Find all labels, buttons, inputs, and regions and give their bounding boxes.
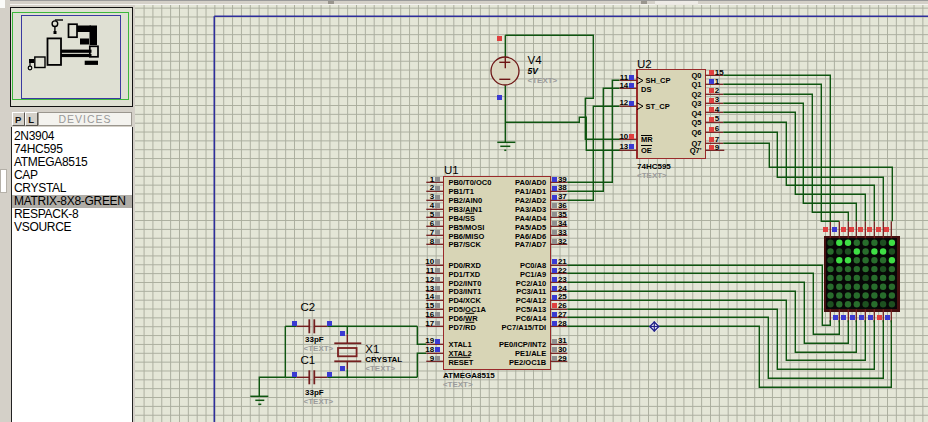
svg-text:CRYSTAL: CRYSTAL [365, 355, 402, 364]
svg-text:PA7/AD7: PA7/AD7 [515, 240, 546, 249]
svg-text:PC6/A14: PC6/A14 [516, 314, 547, 323]
svg-text:PA3/AD3: PA3/AD3 [515, 205, 546, 214]
svg-text:1: 1 [430, 175, 435, 184]
svg-text:6: 6 [715, 124, 720, 133]
svg-text:PD3/INT1: PD3/INT1 [448, 287, 481, 296]
svg-text:Q2: Q2 [691, 90, 701, 99]
svg-text:U1: U1 [444, 164, 459, 176]
svg-text:15: 15 [425, 301, 434, 310]
svg-text:10: 10 [425, 257, 434, 266]
svg-text:<TEXT>: <TEXT> [637, 171, 667, 180]
svg-text:27: 27 [558, 310, 567, 319]
svg-text:PC5/A13: PC5/A13 [516, 305, 546, 314]
svg-text:PA5/AD5: PA5/AD5 [515, 223, 546, 232]
svg-text:Q0: Q0 [691, 71, 701, 80]
svg-text:35: 35 [558, 210, 567, 219]
svg-text:PC2/A10: PC2/A10 [516, 279, 546, 288]
svg-text:<TEXT>: <TEXT> [365, 364, 395, 373]
svg-text:PA4/AD4: PA4/AD4 [515, 214, 547, 223]
svg-text:RESET: RESET [448, 358, 473, 367]
svg-text:19: 19 [425, 336, 434, 345]
svg-text:XTAL1: XTAL1 [448, 340, 471, 349]
svg-text:10: 10 [619, 132, 628, 141]
svg-text:11: 11 [426, 266, 435, 275]
svg-text:PC7/A15/TDI: PC7/A15/TDI [502, 323, 547, 332]
svg-text:31: 31 [558, 336, 567, 345]
svg-text:PE2/OC1B: PE2/OC1B [509, 358, 547, 367]
svg-text:13: 13 [425, 284, 434, 293]
svg-text:16: 16 [425, 310, 434, 319]
svg-text:Q4: Q4 [691, 109, 702, 118]
svg-text:15: 15 [715, 68, 724, 77]
svg-text:PB1/T1: PB1/T1 [448, 187, 473, 196]
svg-text:U2: U2 [637, 58, 652, 70]
svg-text:PB0/T0/OC0: PB0/T0/OC0 [448, 178, 491, 187]
svg-text:PE0/ICP/INT2: PE0/ICP/INT2 [499, 340, 546, 349]
svg-text:Q6: Q6 [691, 128, 701, 137]
svg-text:9: 9 [430, 354, 435, 363]
svg-text:13: 13 [619, 142, 628, 151]
svg-text:33pF: 33pF [305, 388, 324, 397]
svg-text:2: 2 [715, 86, 720, 95]
svg-text:21: 21 [558, 257, 567, 266]
svg-text:Q3: Q3 [691, 99, 701, 108]
svg-text:V4: V4 [528, 54, 543, 66]
svg-text:25: 25 [558, 292, 567, 301]
svg-text:14: 14 [619, 81, 628, 90]
svg-text:PB7/SCK: PB7/SCK [448, 240, 481, 249]
svg-text:<TEXT>: <TEXT> [304, 344, 334, 353]
svg-text:PD5/OC1A: PD5/OC1A [448, 305, 486, 314]
svg-text:PB5/MOSI: PB5/MOSI [448, 223, 484, 232]
svg-text:Q7': Q7' [690, 146, 702, 155]
svg-text:Q5: Q5 [691, 118, 701, 127]
svg-text:PE1/ALE: PE1/ALE [515, 349, 546, 358]
svg-text:7: 7 [430, 228, 435, 237]
svg-text:PD4/XCK: PD4/XCK [448, 296, 481, 305]
svg-text:DS: DS [641, 85, 651, 94]
svg-text:PD6/WR: PD6/WR [448, 314, 478, 323]
svg-text:PA1/AD1: PA1/AD1 [515, 187, 546, 196]
svg-text:30: 30 [558, 345, 567, 354]
svg-text:PC1/A9: PC1/A9 [520, 270, 546, 279]
svg-text:ST_CP: ST_CP [646, 102, 670, 111]
svg-text:14: 14 [425, 292, 434, 301]
svg-text:<TEXT>: <TEXT> [304, 397, 334, 406]
svg-text:3: 3 [715, 95, 720, 104]
svg-text:MR: MR [641, 135, 653, 144]
svg-text:5: 5 [430, 210, 435, 219]
svg-text:PA0/AD0: PA0/AD0 [515, 178, 546, 187]
svg-text:PC4/A12: PC4/A12 [516, 296, 546, 305]
svg-text:XTAL2: XTAL2 [448, 349, 471, 358]
svg-text:33pF: 33pF [305, 335, 324, 344]
svg-text:3: 3 [430, 192, 435, 201]
svg-text:4: 4 [430, 201, 435, 210]
svg-text:C1: C1 [301, 354, 316, 366]
svg-text:PB6/MISO: PB6/MISO [448, 232, 484, 241]
svg-text:PD1/TXD: PD1/TXD [448, 270, 480, 279]
svg-text:12: 12 [619, 98, 628, 107]
svg-text:PD0/RXD: PD0/RXD [448, 261, 481, 270]
svg-text:38: 38 [558, 183, 567, 192]
svg-text:24: 24 [558, 284, 567, 293]
svg-text:X1: X1 [365, 343, 379, 355]
svg-text:32: 32 [558, 237, 567, 246]
svg-text:Q1: Q1 [691, 80, 701, 89]
svg-text:2: 2 [430, 183, 435, 192]
svg-text:23: 23 [558, 275, 567, 284]
svg-text:37: 37 [558, 192, 567, 201]
svg-text:34: 34 [558, 219, 567, 228]
svg-text:12: 12 [425, 275, 434, 284]
svg-text:6: 6 [430, 219, 435, 228]
svg-text:29: 29 [558, 354, 567, 363]
svg-text:39: 39 [558, 175, 567, 184]
svg-text:PD2/INT0: PD2/INT0 [448, 279, 481, 288]
svg-text:8: 8 [430, 237, 435, 246]
svg-text:PB4/SS: PB4/SS [448, 214, 475, 223]
svg-text:C2: C2 [301, 301, 316, 313]
svg-text:PB3/AIN1: PB3/AIN1 [448, 205, 482, 214]
svg-text:4: 4 [715, 105, 720, 114]
svg-text:PD7/RD: PD7/RD [448, 323, 476, 332]
svg-text:36: 36 [558, 201, 567, 210]
svg-text:PA2/AD2: PA2/AD2 [515, 196, 546, 205]
svg-text:1: 1 [715, 77, 720, 86]
